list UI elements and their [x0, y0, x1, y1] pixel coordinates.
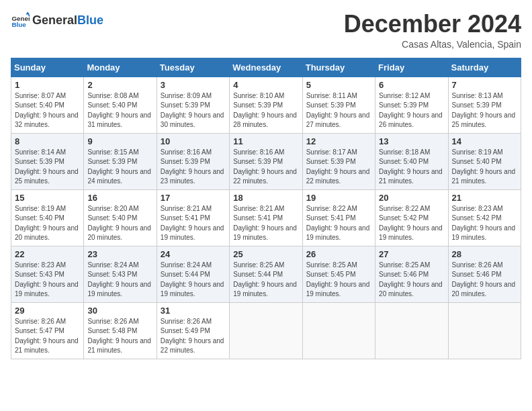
day-number: 16: [87, 193, 152, 203]
calendar-cell: 21Sunrise: 8:23 AMSunset: 5:42 PMDayligh…: [448, 189, 521, 246]
day-number: 1: [15, 80, 80, 90]
calendar-cell: 13Sunrise: 8:18 AMSunset: 5:40 PMDayligh…: [375, 133, 448, 189]
calendar-week-4: 22Sunrise: 8:23 AMSunset: 5:43 PMDayligh…: [11, 246, 521, 302]
day-number: 24: [161, 249, 226, 259]
calendar-cell: 9Sunrise: 8:15 AMSunset: 5:39 PMDaylight…: [84, 133, 157, 189]
calendar-cell: [448, 302, 521, 359]
day-info: Sunrise: 8:22 AMSunset: 5:42 PMDaylight:…: [379, 204, 444, 243]
calendar-cell: 3Sunrise: 8:09 AMSunset: 5:39 PMDaylight…: [157, 77, 229, 133]
day-info: Sunrise: 8:26 AMSunset: 5:46 PMDaylight:…: [452, 261, 517, 300]
svg-marker-2: [26, 11, 30, 14]
weekday-header-thursday: Thursday: [302, 58, 375, 77]
day-info: Sunrise: 8:14 AMSunset: 5:39 PMDaylight:…: [15, 148, 80, 187]
calendar-cell: 30Sunrise: 8:26 AMSunset: 5:48 PMDayligh…: [84, 302, 157, 359]
day-number: 21: [452, 193, 517, 203]
calendar-cell: 8Sunrise: 8:14 AMSunset: 5:39 PMDaylight…: [11, 133, 84, 189]
day-info: Sunrise: 8:18 AMSunset: 5:40 PMDaylight:…: [379, 148, 444, 187]
month-title: December 2024: [344, 11, 521, 38]
calendar-cell: 1Sunrise: 8:07 AMSunset: 5:40 PMDaylight…: [11, 77, 84, 133]
day-info: Sunrise: 8:24 AMSunset: 5:44 PMDaylight:…: [161, 261, 226, 300]
day-number: 20: [379, 193, 444, 203]
day-number: 7: [452, 80, 517, 90]
day-number: 25: [233, 249, 298, 259]
day-number: 15: [15, 193, 80, 203]
day-info: Sunrise: 8:21 AMSunset: 5:41 PMDaylight:…: [233, 204, 298, 243]
weekday-header-monday: Monday: [84, 58, 157, 77]
day-info: Sunrise: 8:12 AMSunset: 5:39 PMDaylight:…: [379, 91, 444, 130]
day-info: Sunrise: 8:13 AMSunset: 5:39 PMDaylight:…: [452, 91, 517, 130]
calendar-cell: 25Sunrise: 8:25 AMSunset: 5:44 PMDayligh…: [230, 246, 302, 302]
calendar-cell: [302, 302, 375, 359]
day-number: 9: [87, 136, 152, 146]
calendar-cell: 12Sunrise: 8:17 AMSunset: 5:39 PMDayligh…: [302, 133, 375, 189]
weekday-header-friday: Friday: [375, 58, 448, 77]
day-info: Sunrise: 8:08 AMSunset: 5:40 PMDaylight:…: [87, 91, 152, 130]
title-section: December 2024 Casas Altas, Valencia, Spa…: [344, 11, 521, 50]
day-info: Sunrise: 8:22 AMSunset: 5:41 PMDaylight:…: [306, 204, 371, 243]
weekday-header-tuesday: Tuesday: [157, 58, 229, 77]
calendar-cell: 10Sunrise: 8:16 AMSunset: 5:39 PMDayligh…: [157, 133, 229, 189]
calendar-cell: 27Sunrise: 8:25 AMSunset: 5:46 PMDayligh…: [375, 246, 448, 302]
calendar-cell: 5Sunrise: 8:11 AMSunset: 5:39 PMDaylight…: [302, 77, 375, 133]
day-info: Sunrise: 8:25 AMSunset: 5:45 PMDaylight:…: [306, 261, 371, 300]
day-number: 3: [161, 80, 226, 90]
page-header: General Blue GeneralBlue December 2024 C…: [11, 11, 521, 50]
day-info: Sunrise: 8:16 AMSunset: 5:39 PMDaylight:…: [233, 148, 298, 187]
day-number: 18: [233, 193, 298, 203]
day-info: Sunrise: 8:25 AMSunset: 5:46 PMDaylight:…: [379, 261, 444, 300]
calendar-cell: 4Sunrise: 8:10 AMSunset: 5:39 PMDaylight…: [230, 77, 302, 133]
day-number: 2: [87, 80, 152, 90]
day-number: 8: [15, 136, 80, 146]
weekday-header-sunday: Sunday: [11, 58, 84, 77]
day-number: 13: [379, 136, 444, 146]
weekday-header-wednesday: Wednesday: [230, 58, 302, 77]
day-info: Sunrise: 8:23 AMSunset: 5:43 PMDaylight:…: [15, 261, 80, 300]
calendar-cell: [375, 302, 448, 359]
day-info: Sunrise: 8:11 AMSunset: 5:39 PMDaylight:…: [306, 91, 371, 130]
day-number: 29: [15, 306, 80, 316]
calendar-cell: 20Sunrise: 8:22 AMSunset: 5:42 PMDayligh…: [375, 189, 448, 246]
calendar-table: SundayMondayTuesdayWednesdayThursdayFrid…: [11, 58, 521, 359]
calendar-cell: 28Sunrise: 8:26 AMSunset: 5:46 PMDayligh…: [448, 246, 521, 302]
day-info: Sunrise: 8:15 AMSunset: 5:39 PMDaylight:…: [87, 148, 152, 187]
day-info: Sunrise: 8:23 AMSunset: 5:42 PMDaylight:…: [452, 204, 517, 243]
day-info: Sunrise: 8:09 AMSunset: 5:39 PMDaylight:…: [161, 91, 226, 130]
day-info: Sunrise: 8:19 AMSunset: 5:40 PMDaylight:…: [452, 148, 517, 187]
day-info: Sunrise: 8:21 AMSunset: 5:41 PMDaylight:…: [161, 204, 226, 243]
day-info: Sunrise: 8:26 AMSunset: 5:47 PMDaylight:…: [15, 317, 80, 356]
calendar-week-3: 15Sunrise: 8:19 AMSunset: 5:40 PMDayligh…: [11, 189, 521, 246]
day-number: 11: [233, 136, 298, 146]
calendar-cell: 22Sunrise: 8:23 AMSunset: 5:43 PMDayligh…: [11, 246, 84, 302]
day-number: 26: [306, 249, 371, 259]
location: Casas Altas, Valencia, Spain: [344, 39, 521, 50]
calendar-cell: 29Sunrise: 8:26 AMSunset: 5:47 PMDayligh…: [11, 302, 84, 359]
day-number: 4: [233, 80, 298, 90]
logo-icon: General Blue: [11, 11, 30, 30]
day-info: Sunrise: 8:26 AMSunset: 5:49 PMDaylight:…: [161, 317, 226, 356]
calendar-week-5: 29Sunrise: 8:26 AMSunset: 5:47 PMDayligh…: [11, 302, 521, 359]
calendar-cell: 17Sunrise: 8:21 AMSunset: 5:41 PMDayligh…: [157, 189, 229, 246]
day-number: 19: [306, 193, 371, 203]
calendar-cell: 18Sunrise: 8:21 AMSunset: 5:41 PMDayligh…: [230, 189, 302, 246]
calendar-cell: 2Sunrise: 8:08 AMSunset: 5:40 PMDaylight…: [84, 77, 157, 133]
day-info: Sunrise: 8:19 AMSunset: 5:40 PMDaylight:…: [15, 204, 80, 243]
calendar-cell: 26Sunrise: 8:25 AMSunset: 5:45 PMDayligh…: [302, 246, 375, 302]
day-info: Sunrise: 8:20 AMSunset: 5:40 PMDaylight:…: [87, 204, 152, 243]
calendar-cell: 7Sunrise: 8:13 AMSunset: 5:39 PMDaylight…: [448, 77, 521, 133]
logo: General Blue GeneralBlue: [11, 11, 103, 30]
day-number: 12: [306, 136, 371, 146]
day-number: 17: [161, 193, 226, 203]
calendar-cell: 31Sunrise: 8:26 AMSunset: 5:49 PMDayligh…: [157, 302, 229, 359]
calendar-cell: 6Sunrise: 8:12 AMSunset: 5:39 PMDaylight…: [375, 77, 448, 133]
svg-text:Blue: Blue: [11, 21, 26, 28]
calendar-cell: 23Sunrise: 8:24 AMSunset: 5:43 PMDayligh…: [84, 246, 157, 302]
day-info: Sunrise: 8:17 AMSunset: 5:39 PMDaylight:…: [306, 148, 371, 187]
day-number: 27: [379, 249, 444, 259]
day-number: 22: [15, 249, 80, 259]
day-info: Sunrise: 8:26 AMSunset: 5:48 PMDaylight:…: [87, 317, 152, 356]
day-number: 5: [306, 80, 371, 90]
calendar-cell: [230, 302, 302, 359]
day-info: Sunrise: 8:16 AMSunset: 5:39 PMDaylight:…: [161, 148, 226, 187]
day-number: 14: [452, 136, 517, 146]
calendar-cell: 24Sunrise: 8:24 AMSunset: 5:44 PMDayligh…: [157, 246, 229, 302]
